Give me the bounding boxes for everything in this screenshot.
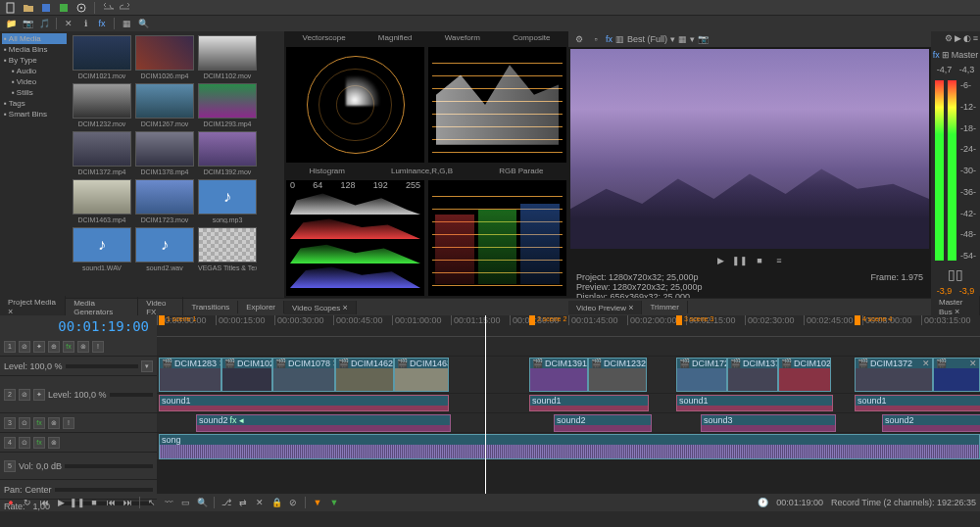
playhead[interactable]	[485, 315, 486, 494]
track-number[interactable]: 2	[4, 389, 16, 401]
mute-icon[interactable]: ⊗	[77, 341, 89, 353]
zoom-icon[interactable]: 🔍	[195, 496, 209, 509]
automation-icon[interactable]: ⊕	[48, 341, 60, 353]
waveform-label[interactable]: Waveform	[445, 33, 480, 43]
video-clip[interactable]: 🎬DCIM1463✕	[394, 358, 449, 392]
audio-clip[interactable]: sound2 fx ◂	[196, 414, 451, 432]
master-insert-icon[interactable]: ⊞	[942, 50, 950, 60]
compositing-icon[interactable]: ▾	[141, 360, 153, 372]
magnified-label[interactable]: Magnified	[378, 33, 413, 43]
video-clip[interactable]: 🎬DCIM1722✕	[676, 358, 727, 392]
media-item[interactable]: VEGAS Titles & Text abstract	[198, 227, 257, 271]
media-item[interactable]: DCIM1723.mov	[135, 179, 194, 223]
normal-edit-icon[interactable]: ↖	[145, 496, 159, 509]
tab[interactable]: Video Scopes ×	[284, 301, 357, 314]
quality-dropdown[interactable]: Best (Full)	[627, 34, 667, 44]
go-end-icon[interactable]: ⏭	[121, 496, 134, 509]
level-slider[interactable]	[66, 364, 138, 368]
tree-item[interactable]: ▪All Media	[2, 33, 67, 44]
play-start-icon[interactable]: ⏮	[37, 496, 51, 509]
snap-icon[interactable]: ⎇	[220, 496, 233, 509]
media-item[interactable]: DCIM1232.mov	[73, 83, 131, 127]
media-item[interactable]: ♪song.mp3	[198, 179, 257, 223]
tab[interactable]: Explorer	[238, 301, 284, 313]
stop-icon[interactable]: ■	[87, 496, 101, 509]
video-clip[interactable]: 🎬DCIM1021✕	[221, 358, 272, 392]
auto-ripple-icon[interactable]: ⇄	[236, 496, 250, 509]
video-clip[interactable]: 🎬DCIM1078✕	[272, 358, 335, 392]
import-icon[interactable]: 📁	[4, 17, 18, 30]
track-number[interactable]: 1	[4, 341, 16, 353]
solo-icon[interactable]: !	[92, 341, 104, 353]
composite-label[interactable]: Composite	[513, 33, 550, 43]
audio-clip[interactable]: sound2	[554, 414, 652, 432]
views-icon[interactable]: ▦	[120, 17, 133, 30]
media-item[interactable]: DCIM1021.mov	[73, 35, 131, 79]
rgbparade-label[interactable]: RGB Parade	[499, 167, 543, 176]
master-fx-icon[interactable]: fx	[933, 50, 940, 60]
bypass-fx-icon[interactable]: ⊘	[19, 389, 30, 401]
menu-icon[interactable]: ≡	[772, 254, 786, 267]
media-item[interactable]: DCIM1378.mp4	[135, 131, 194, 175]
render-icon[interactable]	[57, 1, 71, 15]
dim-icon[interactable]: ◐	[963, 33, 971, 45]
pause-icon[interactable]: ❚❚	[71, 496, 84, 509]
auto-crossfade-icon[interactable]: ✕	[253, 496, 267, 509]
level-slider[interactable]	[110, 393, 153, 397]
timecode-display[interactable]: 00:01:19:00	[0, 315, 157, 337]
luminance-label[interactable]: Luminance,R,G,B	[391, 167, 453, 176]
gear-icon[interactable]: ⚙	[572, 32, 586, 46]
record-icon[interactable]: ●	[4, 496, 18, 509]
media-item[interactable]: DCIM1267.mov	[135, 83, 194, 127]
capture-icon[interactable]: 📷	[21, 17, 34, 30]
properties-icon[interactable]: ℹ	[78, 17, 92, 30]
timeline[interactable]: 00:00:00:0000:00:15:0000:00:30:0000:00:4…	[157, 315, 980, 494]
redo-icon[interactable]	[119, 1, 132, 15]
tree-item[interactable]: ▪By Type	[2, 55, 67, 66]
overlay-icon[interactable]: ▦ ▾	[678, 34, 695, 44]
audio-track-2[interactable]: sound2 fx ◂sound2sound3sound2	[157, 413, 980, 433]
snapshot-icon[interactable]: 📷	[698, 34, 709, 44]
remove-icon[interactable]: ✕	[62, 17, 75, 30]
media-item[interactable]: DCIM1026.mp4	[135, 35, 194, 79]
media-item[interactable]: DCIM1392.mov	[198, 131, 257, 175]
fx-icon[interactable]: fx	[95, 17, 109, 30]
audio-track-1[interactable]: sound1sound1sound1sound1	[157, 394, 980, 413]
vectorscope-label[interactable]: Vectorscope	[303, 33, 346, 43]
track-number[interactable]: 5	[4, 460, 16, 472]
undo-icon[interactable]	[101, 1, 115, 15]
split-icon[interactable]: ▥	[615, 34, 624, 44]
tree-item[interactable]: ▪Media Bins	[2, 44, 67, 55]
audio-clip[interactable]: sound1	[676, 395, 833, 411]
tab[interactable]: Trimmer	[642, 301, 687, 313]
preview-fx-icon[interactable]: fx	[606, 34, 612, 44]
gear-icon[interactable]: ⚙	[945, 33, 953, 45]
marker[interactable]	[676, 315, 682, 325]
marker[interactable]	[159, 315, 165, 325]
marker[interactable]	[529, 315, 535, 325]
video-track-2[interactable]: 🎬DCIM1283✕🎬DCIM1021✕🎬DCIM1078✕🎬DCIM1462✕…	[157, 357, 980, 394]
media-item[interactable]: DCIM1372.mp4	[73, 131, 131, 175]
mute-icon[interactable]: ⊗	[48, 437, 60, 449]
media-item[interactable]: DCIM1293.mp4	[198, 83, 257, 127]
video-clip[interactable]: 🎬DCIM1462✕	[335, 358, 394, 392]
video-clip[interactable]: 🎬DCIM1391✕	[529, 358, 588, 392]
marker-icon[interactable]: ▼	[311, 496, 324, 509]
histogram-label[interactable]: Histogram	[310, 167, 345, 176]
audio-clip[interactable]: sound2	[882, 414, 980, 432]
selection-icon[interactable]: ▭	[178, 496, 192, 509]
play-icon[interactable]: ▶	[54, 496, 68, 509]
marker[interactable]	[855, 315, 860, 325]
video-clip[interactable]: 🎬DCIM1372✕	[855, 358, 933, 392]
ignore-events-icon[interactable]: ⊘	[286, 496, 300, 509]
audio-track-3[interactable]: song	[157, 433, 980, 460]
stop-icon[interactable]: ■	[753, 254, 766, 267]
open-icon[interactable]	[22, 1, 35, 15]
region-icon[interactable]: ▼	[327, 496, 341, 509]
video-track-1[interactable]	[157, 337, 980, 357]
get-media-icon[interactable]: 🎵	[37, 17, 51, 30]
fx-icon[interactable]: fx	[63, 341, 74, 353]
track-number[interactable]: 3	[4, 417, 16, 429]
envelope-icon[interactable]: 〰	[162, 496, 175, 509]
video-clip[interactable]: 🎬DCIM1232✕	[588, 358, 647, 392]
